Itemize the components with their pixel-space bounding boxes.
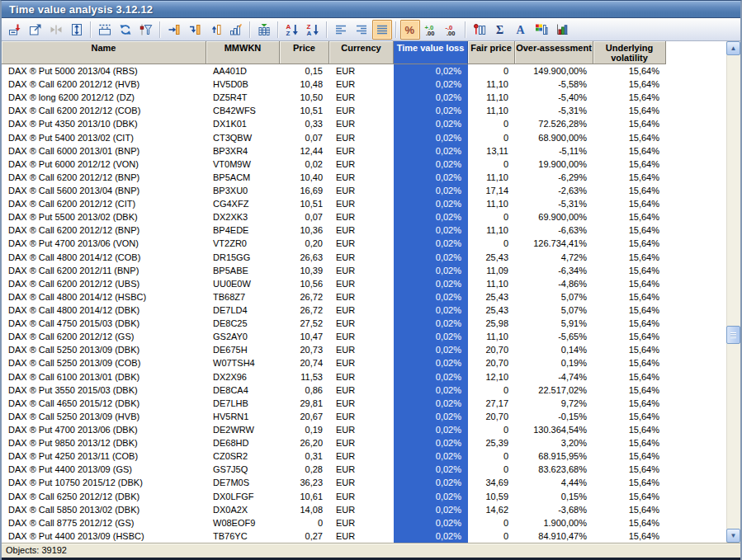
cell-time_value_loss[interactable]: 0,02% — [394, 516, 468, 529]
cell-currency[interactable]: EUR — [329, 356, 394, 369]
cell-name[interactable]: DAX ® Put 9850 2013/12 (DBK) — [2, 436, 206, 449]
cell-currency[interactable]: EUR — [329, 529, 394, 543]
cell-fair_price[interactable]: 11,10 — [468, 78, 515, 91]
cell-time_value_loss[interactable]: 0,02% — [394, 210, 468, 224]
cell-underlying_volatility[interactable]: 15,64% — [593, 503, 666, 516]
sort-ascending-icon[interactable]: AZ — [282, 20, 302, 40]
cell-fair_price[interactable]: 0 — [468, 210, 515, 224]
column-header-price[interactable]: Price — [280, 41, 329, 64]
cell-underlying_volatility[interactable]: 15,64% — [593, 436, 666, 449]
cell-underlying_volatility[interactable]: 15,64% — [593, 490, 666, 503]
cell-currency[interactable]: EUR — [329, 397, 394, 410]
cell-currency[interactable]: EUR — [329, 104, 394, 117]
cell-mmwkn[interactable]: DE675H — [206, 343, 280, 356]
cell-currency[interactable]: EUR — [329, 370, 394, 384]
cell-mmwkn[interactable]: DX2XK3 — [206, 210, 280, 224]
cell-over_assessment[interactable]: -5,40% — [515, 91, 593, 104]
cell-price[interactable]: 26,20 — [280, 436, 329, 449]
cell-mmwkn[interactable]: DX0A2X — [206, 503, 280, 516]
cell-mmwkn[interactable]: BP3XU0 — [206, 184, 280, 197]
cell-name[interactable]: DAX ® Call 8775 2012/12 (GS) — [2, 516, 206, 529]
cell-currency[interactable]: EUR — [329, 317, 394, 330]
cell-mmwkn[interactable]: AA401D — [206, 64, 280, 78]
cell-currency[interactable]: EUR — [329, 436, 394, 449]
cell-over_assessment[interactable]: 0,19% — [515, 356, 593, 369]
cell-fair_price[interactable]: 0 — [468, 423, 515, 436]
cell-fair_price[interactable]: 13,11 — [468, 144, 515, 158]
cell-price[interactable]: 10,48 — [280, 78, 329, 91]
cell-time_value_loss[interactable]: 0,02% — [394, 343, 468, 356]
cell-mmwkn[interactable]: GS7J5Q — [206, 463, 280, 476]
cell-over_assessment[interactable]: -4,86% — [515, 277, 593, 290]
cell-price[interactable]: 0,28 — [280, 463, 329, 476]
insert-column-icon[interactable] — [164, 20, 184, 40]
cell-currency[interactable]: EUR — [329, 330, 394, 343]
cell-price[interactable]: 36,23 — [280, 476, 329, 489]
title-bar[interactable]: Time value analysis 3.12.12 — [2, 1, 740, 18]
cell-underlying_volatility[interactable]: 15,64% — [593, 184, 666, 197]
cell-mmwkn[interactable]: BP4EDE — [206, 224, 280, 237]
cell-mmwkn[interactable]: BP3XR4 — [206, 144, 280, 158]
cell-over_assessment[interactable]: -6,63% — [515, 224, 593, 237]
cell-currency[interactable]: EUR — [329, 490, 394, 503]
cell-time_value_loss[interactable]: 0,02% — [394, 304, 468, 317]
cell-mmwkn[interactable]: DR15GG — [206, 251, 280, 264]
cell-mmwkn[interactable]: DE8CA4 — [206, 384, 280, 397]
column-header-fair_price[interactable]: Fair price — [468, 41, 515, 64]
cell-name[interactable]: DAX ® Call 5850 2013/02 (DBK) — [2, 503, 206, 516]
cell-underlying_volatility[interactable]: 15,64% — [593, 356, 666, 369]
cell-fair_price[interactable]: 25,43 — [468, 304, 515, 317]
load-layout-icon[interactable] — [5, 20, 25, 40]
cell-time_value_loss[interactable]: 0,02% — [394, 78, 468, 91]
cell-name[interactable]: DAX ® Put 4400 2013/09 (HSBC) — [2, 529, 206, 543]
cell-currency[interactable]: EUR — [329, 463, 394, 476]
cell-mmwkn[interactable]: DX1K01 — [206, 117, 280, 130]
cell-fair_price[interactable]: 12,10 — [468, 370, 515, 384]
column-header-time_value_loss[interactable]: Time value loss — [394, 41, 468, 64]
cell-over_assessment[interactable]: 84.910,47% — [515, 529, 593, 543]
cell-over_assessment[interactable]: 9,72% — [515, 397, 593, 410]
cell-time_value_loss[interactable]: 0,02% — [394, 224, 468, 237]
cell-fair_price[interactable]: 0 — [468, 237, 515, 250]
cell-currency[interactable]: EUR — [329, 423, 394, 436]
align-justify-icon[interactable] — [372, 20, 392, 40]
cell-fair_price[interactable]: 11,10 — [468, 104, 515, 117]
cell-price[interactable]: 0,86 — [280, 384, 329, 397]
cell-fair_price[interactable]: 25,43 — [468, 251, 515, 264]
cell-currency[interactable]: EUR — [329, 210, 394, 224]
cell-name[interactable]: DAX ® Call 6200 2012/11 (BNP) — [2, 264, 206, 277]
cell-price[interactable]: 0,15 — [280, 64, 329, 78]
cell-underlying_volatility[interactable]: 15,64% — [593, 224, 666, 237]
expand-window-icon[interactable] — [26, 20, 45, 40]
cell-name[interactable]: DAX ® Put 5000 2013/04 (RBS) — [2, 64, 206, 78]
cell-over_assessment[interactable]: -5,31% — [515, 197, 593, 210]
cell-currency[interactable]: EUR — [329, 184, 394, 197]
cell-name[interactable]: DAX ® Call 4750 2015/03 (DBK) — [2, 317, 206, 330]
cell-underlying_volatility[interactable]: 15,64% — [593, 410, 666, 423]
cell-time_value_loss[interactable]: 0,02% — [394, 436, 468, 449]
cell-time_value_loss[interactable]: 0,02% — [394, 356, 468, 369]
cell-time_value_loss[interactable]: 0,02% — [394, 529, 468, 543]
cell-mmwkn[interactable]: DZ5R4T — [206, 91, 280, 104]
histogram-insert-icon[interactable] — [226, 20, 246, 40]
cell-over_assessment[interactable]: 0,14% — [515, 343, 593, 356]
cell-price[interactable]: 20,73 — [280, 343, 329, 356]
cell-price[interactable]: 0,20 — [280, 237, 329, 250]
cell-currency[interactable]: EUR — [329, 290, 394, 304]
cell-time_value_loss[interactable]: 0,02% — [394, 330, 468, 343]
cell-name[interactable]: DAX ® Call 4800 2014/12 (DBK) — [2, 304, 206, 317]
cell-underlying_volatility[interactable]: 15,64% — [593, 370, 666, 384]
cell-name[interactable]: DAX ® Put 3550 2015/03 (DBK) — [2, 384, 206, 397]
cell-fair_price[interactable]: 0 — [468, 64, 515, 78]
insert-below-icon[interactable] — [185, 20, 205, 40]
cell-time_value_loss[interactable]: 0,02% — [394, 370, 468, 384]
cell-name[interactable]: DAX ® Call 5250 2013/09 (DBK) — [2, 343, 206, 356]
cell-over_assessment[interactable]: 19.900,00% — [515, 158, 593, 171]
cell-price[interactable]: 26,63 — [280, 251, 329, 264]
align-left-icon[interactable] — [331, 20, 351, 40]
cell-currency[interactable]: EUR — [329, 343, 394, 356]
cell-price[interactable]: 10,39 — [280, 264, 329, 277]
cell-over_assessment[interactable]: 4,72% — [515, 251, 593, 264]
cell-price[interactable]: 10,56 — [280, 277, 329, 290]
cell-fair_price[interactable]: 0 — [468, 449, 515, 463]
